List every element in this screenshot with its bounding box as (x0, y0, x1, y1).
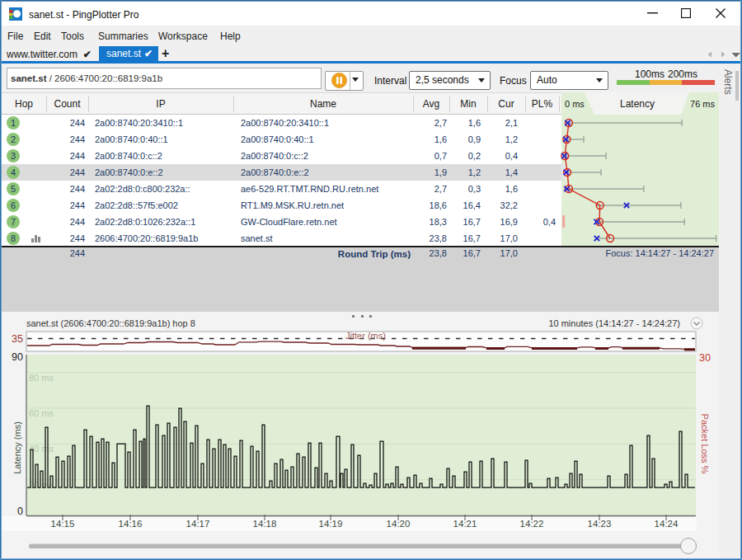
svg-text:0 ms: 0 ms (565, 99, 585, 109)
svg-text:76 ms: 76 ms (690, 99, 715, 109)
svg-text:Latency: Latency (620, 98, 655, 110)
